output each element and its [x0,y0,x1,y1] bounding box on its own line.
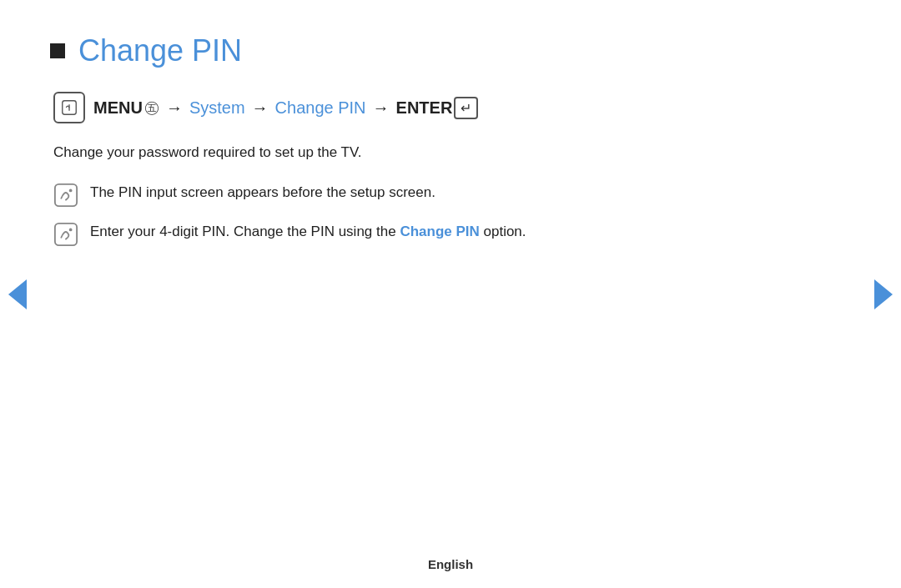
page-title: Change PIN [78,33,242,68]
arrow-2: → [252,98,269,118]
menu-bars-icon: ㊄ [144,98,159,118]
change-pin-link-nav: Change PIN [275,98,366,118]
main-content: Change PIN MENU ㊄ → System → Change PIN … [0,0,901,294]
menu-icon [53,92,85,123]
title-square-icon [50,43,65,58]
menu-nav-row: MENU ㊄ → System → Change PIN → ENTER ↵ [50,92,834,123]
svg-rect-4 [55,223,77,244]
system-link: System [189,98,245,118]
arrow-3: → [373,98,390,118]
note-row-1: The PIN input screen appears before the … [50,182,834,208]
note-text-1: The PIN input screen appears before the … [90,182,435,204]
svg-point-5 [69,228,73,231]
menu-label: MENU [93,98,143,118]
note-icon-1 [53,183,78,208]
note-text-2: Enter your 4-digit PIN. Change the PIN u… [90,221,526,243]
title-row: Change PIN [50,33,834,68]
footer-language: English [428,557,473,571]
enter-icon: ↵ [454,97,478,119]
nav-next-button[interactable] [874,279,893,309]
change-pin-link-note: Change PIN [400,224,479,239]
svg-point-3 [69,188,73,192]
nav-previous-button[interactable] [8,279,27,309]
description-text: Change your password required to set up … [50,142,834,163]
enter-label: ENTER [396,98,453,118]
svg-rect-2 [55,183,77,205]
note-row-2: Enter your 4-digit PIN. Change the PIN u… [50,221,834,247]
note-icon-2 [53,222,78,247]
arrow-1: → [166,98,183,118]
